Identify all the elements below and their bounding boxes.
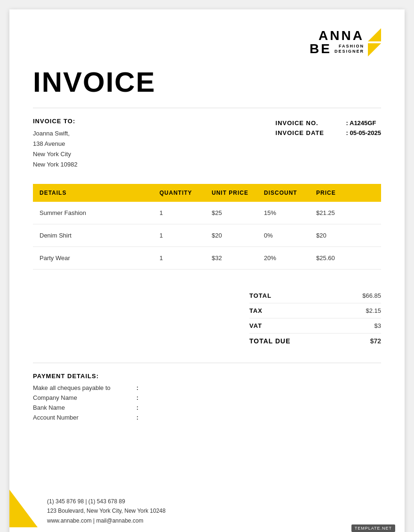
logo-be: BE — [310, 42, 332, 56]
payment-row-label: Company Name — [33, 394, 136, 401]
payment-row-sep: : — [136, 404, 138, 411]
footer: (1) 345 876 98 | (1) 543 678 89 123 Boul… — [9, 490, 405, 532]
totals-section: TOTAL $66.85 TAX $2.15 VAT $3 TOTAL DUE … — [9, 284, 405, 363]
footer-phone: (1) 345 876 98 | (1) 543 678 89 — [47, 497, 166, 506]
bill-to-title: INVOICE TO: — [33, 118, 276, 125]
watermark: TEMPLATE.NET — [351, 524, 395, 532]
invoice-no-value: : A1245GF — [346, 119, 376, 127]
row-discount: 20% — [259, 247, 311, 270]
row-price: $20 — [311, 224, 381, 247]
payment-row-label: Make all cheques payable to — [33, 384, 136, 391]
footer-web: www.annabe.com | mail@annabe.com — [47, 516, 166, 525]
row-qty: 1 — [155, 202, 207, 224]
payment-row-sep: : — [136, 414, 138, 421]
tax-value: $2.15 — [366, 307, 381, 314]
payment-row: Company Name : — [33, 394, 381, 401]
payment-row: Bank Name : — [33, 404, 381, 411]
invoice-no-label: INVOICE NO. — [276, 119, 337, 127]
payment-rows: Make all cheques payable to : Company Na… — [33, 384, 381, 421]
footer-info: (1) 345 876 98 | (1) 543 678 89 123 Boul… — [38, 497, 166, 527]
logo-area: ANNA BE FASHION DESIGNER — [310, 28, 381, 56]
row-unit-price: $25 — [207, 202, 259, 224]
total-due-label: TOTAL DUE — [249, 337, 291, 345]
row-detail: Summer Fashion — [33, 202, 155, 224]
col-details: DETAILS — [33, 184, 155, 202]
invoice-title: INVOICE — [9, 66, 405, 108]
payment-row: Make all cheques payable to : — [33, 384, 381, 391]
logo-triangles — [368, 28, 381, 56]
payment-row-label: Bank Name — [33, 404, 136, 411]
payment-row-sep: : — [136, 384, 138, 391]
table-section: DETAILS QUANTITY UNIT PRICE DISCOUNT PRI… — [9, 184, 405, 270]
tax-row: TAX $2.15 — [249, 303, 381, 318]
invoice-no-row: INVOICE NO. : A1245GF — [276, 119, 381, 127]
header: ANNA BE FASHION DESIGNER — [9, 9, 405, 66]
logo-be-row: BE FASHION DESIGNER — [310, 42, 364, 56]
logo-box: ANNA BE FASHION DESIGNER — [310, 28, 381, 56]
bill-to: INVOICE TO: Joanna Swift, 138 Avenue New… — [33, 118, 276, 170]
logo-text: ANNA BE FASHION DESIGNER — [310, 29, 364, 56]
table-row: Denim Shirt 1 $20 0% $20 — [33, 224, 381, 247]
row-discount: 15% — [259, 202, 311, 224]
client-address1: 138 Avenue — [33, 139, 276, 149]
vat-row: VAT $3 — [249, 318, 381, 333]
payment-section: PAYMENT DETAILS: Make all cheques payabl… — [9, 363, 405, 443]
invoice-date-row: INVOICE DATE : 05-05-2025 — [276, 129, 381, 136]
logo-subtitle: FASHION DESIGNER — [334, 44, 364, 54]
totals-table: TOTAL $66.85 TAX $2.15 VAT $3 TOTAL DUE … — [249, 288, 381, 349]
footer-triangle-icon — [9, 490, 38, 527]
payment-row-label: Account Number — [33, 414, 136, 421]
row-discount: 0% — [259, 224, 311, 247]
payment-row-sep: : — [136, 394, 138, 401]
invoice-meta: INVOICE NO. : A1245GF INVOICE DATE : 05-… — [276, 118, 381, 170]
table-row: Party Wear 1 $32 20% $25.60 — [33, 247, 381, 270]
row-unit-price: $32 — [207, 247, 259, 270]
total-value: $66.85 — [362, 292, 381, 299]
client-address2: New York City — [33, 149, 276, 159]
client-name: Joanna Swift, — [33, 128, 276, 139]
vat-value: $3 — [374, 322, 381, 329]
invoice-page: ANNA BE FASHION DESIGNER INVOICE — [9, 9, 405, 532]
invoice-date-value: : 05-05-2025 — [346, 129, 381, 136]
tax-label: TAX — [249, 307, 263, 314]
row-detail: Denim Shirt — [33, 224, 155, 247]
col-quantity: QUANTITY — [155, 184, 207, 202]
logo-triangle-top-icon — [368, 28, 381, 41]
vat-label: VAT — [249, 322, 262, 329]
total-row: TOTAL $66.85 — [249, 288, 381, 303]
invoice-date-label: INVOICE DATE — [276, 129, 337, 136]
col-unit-price: UNIT PRICE — [207, 184, 259, 202]
table-header-row: DETAILS QUANTITY UNIT PRICE DISCOUNT PRI… — [33, 184, 381, 202]
bill-to-text: Joanna Swift, 138 Avenue New York City N… — [33, 128, 276, 170]
col-price: PRICE — [311, 184, 381, 202]
invoice-table: DETAILS QUANTITY UNIT PRICE DISCOUNT PRI… — [33, 184, 381, 270]
logo-anna: ANNA — [310, 29, 364, 42]
row-unit-price: $20 — [207, 224, 259, 247]
row-qty: 1 — [155, 247, 207, 270]
row-qty: 1 — [155, 224, 207, 247]
footer-address: 123 Boulevard, New York City, New York 1… — [47, 506, 166, 516]
total-due-row: TOTAL DUE $72 — [249, 333, 381, 349]
col-discount: DISCOUNT — [259, 184, 311, 202]
row-price: $25.60 — [311, 247, 381, 270]
client-address3: New York 10982 — [33, 159, 276, 170]
info-section: INVOICE TO: Joanna Swift, 138 Avenue New… — [9, 108, 405, 184]
total-due-value: $72 — [370, 337, 381, 345]
table-row: Summer Fashion 1 $25 15% $21.25 — [33, 202, 381, 224]
payment-row: Account Number : — [33, 414, 381, 421]
row-price: $21.25 — [311, 202, 381, 224]
total-label: TOTAL — [249, 292, 271, 299]
row-detail: Party Wear — [33, 247, 155, 270]
payment-title: PAYMENT DETAILS: — [33, 373, 381, 380]
logo-triangle-bottom-icon — [368, 43, 381, 56]
